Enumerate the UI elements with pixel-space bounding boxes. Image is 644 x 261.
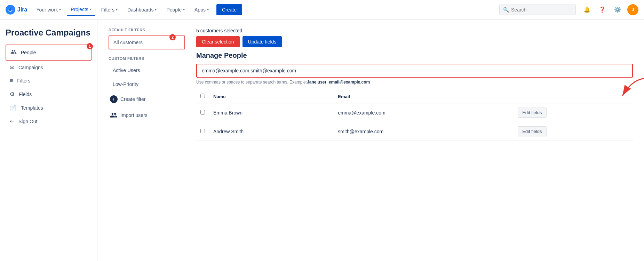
sidebar-item-fields[interactable]: ⚙ Fields xyxy=(6,87,92,101)
nav-dashboards[interactable]: Dashboards ▾ xyxy=(124,4,160,15)
notifications-button[interactable]: 🔔 xyxy=(581,4,593,15)
people-table: Name Email Emma Brown emma@example.com E… xyxy=(196,90,633,141)
filter-low-priority[interactable]: Low-Priority xyxy=(109,78,185,90)
nav-filters[interactable]: Filters ▾ xyxy=(98,4,121,15)
selection-bar: 5 customers selected. Clear selection Up… xyxy=(196,28,633,47)
table-row: Andrew Smith smith@example.com Edit fiel… xyxy=(196,122,633,141)
clear-selection-button[interactable]: Clear selection xyxy=(196,36,240,47)
import-users-action[interactable]: Import users xyxy=(109,108,185,122)
import-users-label: Import users xyxy=(120,112,148,118)
search-icon: 🔍 xyxy=(503,7,509,13)
search-hint-prefix: Use commas or spaces to separate search … xyxy=(196,80,307,85)
help-button[interactable]: ❓ xyxy=(597,4,608,15)
row-checkbox-cell xyxy=(196,103,209,122)
sidebar-filters-label: Filters xyxy=(17,78,30,84)
search-field-wrapper xyxy=(196,64,633,78)
table-header-actions xyxy=(514,90,633,103)
row-email: emma@example.com xyxy=(334,103,514,122)
people-search-input[interactable] xyxy=(196,64,633,78)
campaigns-icon: ✉ xyxy=(10,64,14,71)
nav-projects-label: Projects xyxy=(71,7,88,12)
user-avatar[interactable]: J xyxy=(627,4,638,15)
jira-logo[interactable]: Jira xyxy=(6,5,27,15)
nav-your-work-label: Your work xyxy=(36,7,58,13)
templates-icon: 📄 xyxy=(10,104,17,111)
sidebar-item-campaigns[interactable]: ✉ Campaigns xyxy=(6,61,92,74)
update-fields-button[interactable]: Update fields xyxy=(243,36,282,47)
page-title: Proactive Campaigns xyxy=(6,28,92,38)
people-panel: 5 customers selected. Clear selection Up… xyxy=(196,28,633,141)
sidebar-people-label: People xyxy=(21,50,36,55)
people-icon xyxy=(10,49,17,56)
jira-brand-text: Jira xyxy=(17,7,27,13)
edit-fields-button[interactable]: Edit fields xyxy=(518,126,546,136)
create-button[interactable]: Create xyxy=(216,4,242,15)
sidebar: Proactive Campaigns People 1 ✉ Campaigns… xyxy=(0,19,97,261)
row-actions: Edit fields xyxy=(514,103,633,122)
nav-dashboards-label: Dashboards xyxy=(127,7,154,13)
nav-filters-label: Filters xyxy=(101,7,114,13)
filter-active-users[interactable]: Active Users xyxy=(109,64,185,77)
signout-icon: ⇐ xyxy=(10,118,14,125)
nav-apps[interactable]: Apps ▾ xyxy=(191,4,212,15)
table-header-email: Email xyxy=(334,90,514,103)
top-navigation: Jira Your work ▾ Projects ▾ Filters ▾ Da… xyxy=(0,0,644,19)
content-grid: DEFAULT FILTERS All customers 2 CUSTOM F… xyxy=(109,28,633,141)
sidebar-item-signout[interactable]: ⇐ Sign Out xyxy=(6,114,92,128)
default-filters-title: DEFAULT FILTERS xyxy=(109,28,185,32)
nav-people[interactable]: People ▾ xyxy=(163,4,188,15)
nav-apps-chevron: ▾ xyxy=(207,8,209,11)
create-filter-action[interactable]: + Create filter xyxy=(109,92,185,106)
select-all-checkbox[interactable] xyxy=(200,94,205,98)
sidebar-item-people[interactable]: People 1 xyxy=(6,45,92,61)
row-checkbox[interactable] xyxy=(200,129,205,133)
nav-your-work[interactable]: Your work ▾ xyxy=(33,4,64,15)
page-wrapper: Proactive Campaigns People 1 ✉ Campaigns… xyxy=(0,19,644,261)
sidebar-fields-label: Fields xyxy=(19,92,32,97)
filter-badge-2: 2 xyxy=(169,34,176,40)
plus-icon: + xyxy=(110,95,118,103)
table-header-row: Name Email xyxy=(196,90,633,103)
sidebar-item-filters[interactable]: ≡ Filters xyxy=(6,74,92,87)
row-name: Andrew Smith xyxy=(209,122,334,141)
nav-people-chevron: ▾ xyxy=(183,8,185,11)
sidebar-campaigns-label: Campaigns xyxy=(18,65,43,70)
create-filter-label: Create filter xyxy=(120,96,145,102)
settings-button[interactable]: ⚙️ xyxy=(612,4,623,15)
row-checkbox-cell xyxy=(196,122,209,141)
nav-projects-chevron: ▾ xyxy=(90,7,92,11)
row-email: smith@example.com xyxy=(334,122,514,141)
sidebar-signout-label: Sign Out xyxy=(18,119,37,124)
nav-apps-label: Apps xyxy=(194,7,206,13)
selection-text: 5 customers selected. xyxy=(196,28,633,33)
people-badge: 1 xyxy=(87,43,93,49)
custom-filters-title: CUSTOM FILTERS xyxy=(109,56,185,61)
nav-projects[interactable]: Projects ▾ xyxy=(67,4,95,16)
search-input[interactable] xyxy=(511,7,572,13)
table-row: Emma Brown emma@example.com Edit fields xyxy=(196,103,633,122)
nav-icons: 🔔 ❓ ⚙️ J xyxy=(581,4,638,15)
table-header-name: Name xyxy=(209,90,334,103)
people-table-body: Emma Brown emma@example.com Edit fields … xyxy=(196,103,633,141)
edit-fields-button[interactable]: Edit fields xyxy=(518,108,546,118)
nav-your-work-chevron: ▾ xyxy=(59,8,61,11)
fields-icon: ⚙ xyxy=(10,91,15,97)
sidebar-templates-label: Templates xyxy=(21,105,43,111)
sidebar-item-templates[interactable]: 📄 Templates xyxy=(6,101,92,114)
table-header-checkbox xyxy=(196,90,209,103)
row-name: Emma Brown xyxy=(209,103,334,122)
import-users-icon xyxy=(110,111,118,119)
nav-filters-chevron: ▾ xyxy=(116,8,118,11)
main-content: DEFAULT FILTERS All customers 2 CUSTOM F… xyxy=(97,19,644,261)
search-hint: Use commas or spaces to separate search … xyxy=(196,80,633,85)
row-actions: Edit fields xyxy=(514,122,633,141)
filters-panel: DEFAULT FILTERS All customers 2 CUSTOM F… xyxy=(109,28,185,141)
nav-people-label: People xyxy=(166,7,182,13)
search-hint-example: Jane,user_email@example.com xyxy=(307,80,370,85)
filters-icon: ≡ xyxy=(10,78,13,84)
row-checkbox[interactable] xyxy=(200,110,205,114)
search-box[interactable]: 🔍 xyxy=(499,5,576,15)
manage-people-title: Manage People xyxy=(196,52,633,60)
nav-dashboards-chevron: ▾ xyxy=(155,8,157,11)
people-panel-wrapper: 5 customers selected. Clear selection Up… xyxy=(196,28,633,141)
